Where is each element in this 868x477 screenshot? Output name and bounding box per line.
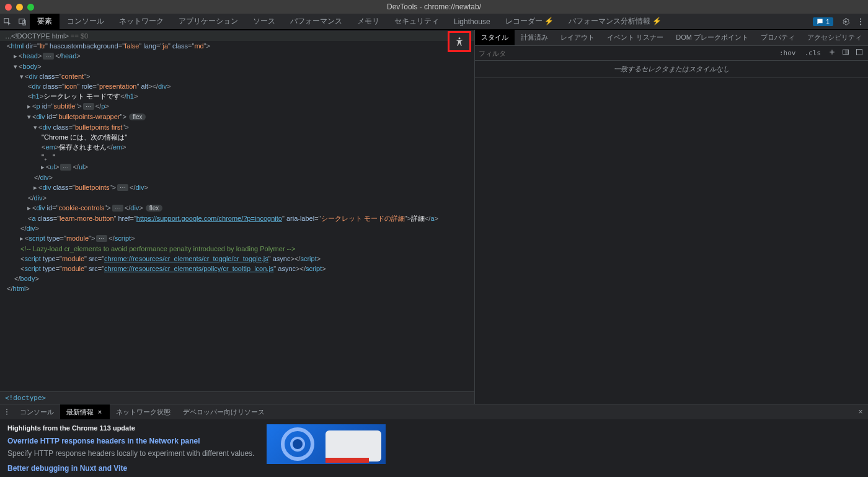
close-drawer-icon[interactable]: × bbox=[853, 404, 868, 419]
dom-line[interactable]: <div class="icon" role="presentation" al… bbox=[0, 81, 474, 91]
hov-toggle[interactable]: :hov bbox=[777, 49, 799, 57]
styles-filter-bar: :hov .cls bbox=[475, 46, 868, 61]
svg-rect-1 bbox=[19, 19, 25, 23]
svg-point-3 bbox=[860, 18, 861, 19]
tab-network[interactable]: ネットワーク bbox=[112, 14, 171, 29]
whatsnew-item-desc: Specify HTTP response headers locally to… bbox=[7, 449, 254, 458]
styles-panel: スタイル 計算済み レイアウト イベント リスナー DOM ブレークポイント プ… bbox=[475, 30, 868, 404]
dom-line[interactable]: </div> bbox=[0, 223, 474, 233]
dom-doctype-line[interactable]: …<!DOCTYPE html> == $0 bbox=[0, 31, 474, 41]
window-minimize-button[interactable] bbox=[16, 4, 23, 11]
styles-tab-accessibility[interactable]: アクセシビリティ bbox=[801, 30, 868, 45]
svg-point-11 bbox=[6, 411, 7, 412]
styles-tab-layout[interactable]: レイアウト bbox=[554, 30, 601, 45]
styles-tab-strip: スタイル 計算済み レイアウト イベント リスナー DOM ブレークポイント プ… bbox=[475, 30, 868, 46]
inspect-element-icon[interactable] bbox=[0, 14, 15, 29]
dom-line[interactable]: ▸<p id="subtitle">⋯</p> bbox=[0, 101, 474, 112]
window-titlebar: DevTools - chrome://newtab/ bbox=[0, 0, 868, 14]
dom-line[interactable]: <h1>シークレット モードです</h1> bbox=[0, 91, 474, 101]
dom-tree[interactable]: …<!DOCTYPE html> == $0 <html dir="ltr" h… bbox=[0, 30, 474, 391]
svg-point-10 bbox=[6, 409, 7, 410]
dom-line[interactable]: <em>保存されません</em> bbox=[0, 142, 474, 152]
styles-tab-dom-breakpoints[interactable]: DOM ブレークポイント bbox=[670, 30, 755, 45]
dom-line[interactable]: ▸<div id="cookie-controls">⋯</div>flex bbox=[0, 203, 474, 213]
issues-badge[interactable]: 1 bbox=[813, 17, 833, 26]
more-options-icon[interactable] bbox=[853, 17, 868, 26]
styles-tab-event-listeners[interactable]: イベント リスナー bbox=[601, 30, 670, 45]
svg-rect-16 bbox=[326, 458, 369, 463]
computed-toggle-icon[interactable] bbox=[841, 48, 851, 58]
dom-line[interactable]: ▾<div class="bulletpoints first"> bbox=[0, 122, 474, 132]
dom-line[interactable]: </div> bbox=[0, 172, 474, 182]
window-maximize-button[interactable] bbox=[27, 4, 34, 11]
dom-line[interactable]: <a class="learn-more-button" href="https… bbox=[0, 213, 474, 223]
tab-security[interactable]: セキュリティ bbox=[387, 14, 446, 29]
dom-line[interactable]: ▾<body> bbox=[0, 61, 474, 71]
drawer-more-icon[interactable] bbox=[0, 404, 14, 419]
svg-rect-15 bbox=[326, 430, 381, 461]
window-close-button[interactable] bbox=[5, 4, 12, 11]
svg-point-12 bbox=[6, 414, 7, 415]
rendering-emulations-icon[interactable] bbox=[854, 48, 864, 58]
settings-icon[interactable] bbox=[838, 17, 853, 26]
dom-line[interactable]: </div> bbox=[0, 193, 474, 203]
dom-line[interactable]: <html dir="ltr" hascustombackground="fal… bbox=[0, 41, 474, 51]
drawer-tab-network-conditions[interactable]: ネットワーク状態 bbox=[110, 404, 177, 419]
new-style-rule-icon[interactable] bbox=[827, 48, 837, 58]
svg-point-6 bbox=[459, 37, 461, 39]
tab-memory[interactable]: メモリ bbox=[350, 14, 387, 29]
dom-comment-line[interactable]: <!-- Lazy-load cr_elements to avoid perf… bbox=[0, 244, 474, 254]
drawer-tab-console[interactable]: コンソール bbox=[14, 404, 60, 419]
svg-rect-9 bbox=[857, 50, 862, 55]
tab-console[interactable]: コンソール bbox=[60, 14, 112, 29]
tab-application[interactable]: アプリケーション bbox=[171, 14, 246, 29]
drawer-tab-strip: コンソール 最新情報× ネットワーク状態 デベロッパー向けリソース × bbox=[0, 404, 868, 419]
styles-tab-computed[interactable]: 計算済み bbox=[515, 30, 554, 45]
svg-point-14 bbox=[291, 438, 304, 450]
close-icon[interactable]: × bbox=[96, 408, 104, 416]
tab-performance[interactable]: パフォーマンス bbox=[283, 14, 350, 29]
drawer-tab-developer-resources[interactable]: デベロッパー向けリソース bbox=[177, 404, 271, 419]
window-title: DevTools - chrome://newtab/ bbox=[387, 2, 481, 11]
accessibility-tree-icon[interactable] bbox=[448, 31, 471, 52]
no-matching-selector-text: 一致するセレクタまたはスタイルなし bbox=[475, 61, 868, 78]
styles-tab-properties[interactable]: プロパティ bbox=[755, 30, 801, 45]
dom-line[interactable]: ▸<ul>⋯</ul> bbox=[0, 162, 474, 172]
dom-line[interactable]: </html> bbox=[0, 283, 474, 293]
dom-line[interactable]: ▸<head>⋯</head> bbox=[0, 51, 474, 61]
tab-elements[interactable]: 要素 bbox=[30, 14, 60, 29]
whatsnew-thumbnail bbox=[267, 424, 386, 464]
svg-point-5 bbox=[860, 24, 861, 25]
dom-line[interactable]: ▾<div id="bulletpoints-wrapper">flex bbox=[0, 112, 474, 122]
dom-line[interactable]: "。 " bbox=[0, 152, 474, 162]
drawer-body: Highlights from the Chrome 113 update Ov… bbox=[0, 419, 868, 477]
elements-panel: …<!DOCTYPE html> == $0 <html dir="ltr" h… bbox=[0, 30, 475, 404]
cls-toggle[interactable]: .cls bbox=[802, 49, 824, 57]
dom-line[interactable]: ▾<div class="content"> bbox=[0, 71, 474, 81]
dom-line[interactable]: <script type="module" src="chrome://reso… bbox=[0, 264, 474, 274]
dom-line[interactable]: </body> bbox=[0, 274, 474, 283]
breadcrumb[interactable]: <!doctype> bbox=[0, 391, 474, 404]
whatsnew-heading: Highlights from the Chrome 113 update bbox=[7, 424, 254, 432]
svg-point-4 bbox=[860, 20, 861, 22]
tab-recorder[interactable]: レコーダー ⚡ bbox=[498, 14, 561, 29]
main-tab-strip: 要素 コンソール ネットワーク アプリケーション ソース パフォーマンス メモリ… bbox=[0, 14, 868, 30]
styles-filter-input[interactable] bbox=[479, 50, 773, 57]
whatsnew-item-link[interactable]: Better debugging in Nuxt and Vite bbox=[7, 464, 254, 473]
traffic-lights bbox=[5, 4, 34, 11]
drawer-panel: コンソール 最新情報× ネットワーク状態 デベロッパー向けリソース × High… bbox=[0, 404, 868, 477]
styles-tab-styles[interactable]: スタイル bbox=[475, 30, 515, 45]
tab-sources[interactable]: ソース bbox=[246, 14, 283, 29]
tab-lighthouse[interactable]: Lighthouse bbox=[446, 14, 498, 29]
dom-line[interactable]: ▸<div class="bulletpoints">⋯</div> bbox=[0, 182, 474, 193]
issues-count: 1 bbox=[826, 18, 830, 25]
svg-rect-8 bbox=[845, 50, 848, 55]
whatsnew-item-link[interactable]: Override HTTP response headers in the Ne… bbox=[7, 437, 254, 445]
tab-performance-insights[interactable]: パフォーマンス分析情報 ⚡ bbox=[561, 14, 669, 29]
dom-line[interactable]: <script type="module" src="chrome://reso… bbox=[0, 254, 474, 264]
drawer-tab-whatsnew[interactable]: 最新情報× bbox=[60, 404, 110, 419]
dom-line[interactable]: "Chrome には、次の情報は" bbox=[0, 132, 474, 142]
device-toolbar-icon[interactable] bbox=[15, 14, 30, 29]
dom-line[interactable]: ▸<script type="module">⋯</script> bbox=[0, 233, 474, 244]
